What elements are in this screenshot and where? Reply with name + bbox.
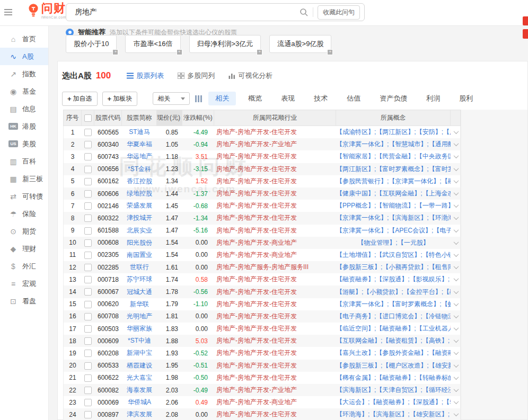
stock-concepts[interactable]: 【京津冀一体化】;【滨海新区】;【环渤海】;... xyxy=(336,214,451,221)
expand-row[interactable] xyxy=(451,265,461,269)
chip-add-icon[interactable]: + xyxy=(257,49,262,55)
expand-row[interactable] xyxy=(451,155,461,158)
expand-row[interactable] xyxy=(451,204,461,208)
result-tab[interactable]: 相关 xyxy=(208,92,236,105)
expand-chevron-icon[interactable] xyxy=(453,351,459,355)
stock-concepts[interactable]: 【京津冀一体化】;【APEC会议】;【电子竞技... xyxy=(336,227,451,234)
row-checkbox[interactable] xyxy=(84,215,92,222)
sidebar-item-wiki[interactable]: ▥ 百科 xyxy=(0,153,48,170)
menu-icon[interactable] xyxy=(4,9,12,17)
result-tab[interactable]: 概览 xyxy=(241,92,269,105)
sidebar-item-fund[interactable]: ◉ 基金 xyxy=(0,83,48,100)
stock-concepts[interactable]: 【成渝特区】;【两江新区】;【安防】;【反恐... xyxy=(336,128,451,136)
row-checkbox[interactable] xyxy=(84,190,92,198)
result-tab[interactable]: 表现 xyxy=(274,92,302,105)
row-checkbox[interactable] xyxy=(84,129,92,136)
stock-concepts[interactable]: 【稀有金属】;【融资融券】;【转融券标的】;... xyxy=(336,374,451,381)
add-watchlist-button[interactable]: + 加自选 xyxy=(62,92,98,106)
expand-chevron-icon[interactable] xyxy=(453,180,459,183)
stock-name-link[interactable]: 世联行 xyxy=(130,263,149,271)
expand-row[interactable] xyxy=(451,180,461,183)
stock-concepts[interactable]: 【PPP概念】;【智能物流】;【一带一路】;【... xyxy=(336,202,451,209)
expand-chevron-icon[interactable] xyxy=(453,192,459,195)
stock-name-link[interactable]: 冠城大通 xyxy=(127,288,152,296)
sidebar-item-info[interactable]: ▤ 信息 xyxy=(0,100,48,118)
expand-row[interactable] xyxy=(451,327,461,330)
stock-name-link[interactable]: 阳光股份 xyxy=(127,239,152,246)
stock-name-link[interactable]: 新华联 xyxy=(130,300,149,308)
expand-row[interactable] xyxy=(451,388,461,392)
expand-chevron-icon[interactable] xyxy=(453,167,459,171)
expand-chevron-icon[interactable] xyxy=(453,130,459,134)
stock-concepts[interactable]: 【融资融券】;【深股通】;【影视娱乐】;【转... xyxy=(336,275,451,283)
expand-chevron-icon[interactable] xyxy=(453,265,459,269)
expand-chevron-icon[interactable] xyxy=(453,388,459,392)
col-price-sortable[interactable]: 现价(元) xyxy=(157,110,182,126)
expand-row[interactable] xyxy=(451,253,461,257)
sidebar-item-hk-stocks[interactable]: HK 港股 xyxy=(0,118,48,135)
stock-concepts[interactable]: 【电子商务】;【进口博览会】;【冷链物流】;... xyxy=(336,312,451,320)
expand-row[interactable] xyxy=(451,290,461,294)
expand-row[interactable] xyxy=(451,339,461,343)
expand-chevron-icon[interactable] xyxy=(453,278,459,281)
stock-concepts[interactable]: 【临近空间】;【融资融券】;【工业机器人】;... xyxy=(336,325,451,332)
row-checkbox[interactable] xyxy=(84,166,92,173)
stock-concepts[interactable]: 【京津冀一体化】;【智慧城市】;【通用航空... xyxy=(336,140,451,148)
stock-concepts[interactable]: 【土地增值】;【武汉自贸区】;【特色小镇】;... xyxy=(336,251,451,258)
stock-name-link[interactable]: 南国置业 xyxy=(127,251,152,258)
stock-concepts[interactable]: 【参股新三板】;【棚户区改造】;【雄安新区... xyxy=(336,362,451,369)
stock-name-link[interactable]: 海泰发展 xyxy=(127,386,152,394)
stock-concepts[interactable]: 【滨海新区】;【天津自贸区】;【循环经济】;... xyxy=(336,386,451,394)
column-settings-icon[interactable] xyxy=(195,95,202,102)
stock-name-link[interactable]: 华侨城A xyxy=(128,398,151,406)
sidebar-item-home[interactable]: ⌂ 首页 xyxy=(0,30,48,48)
stock-concepts[interactable]: 【环渤海】;【滨海新区】;【雄安新区】;【天... xyxy=(336,410,451,418)
sidebar-item-macro[interactable]: ≡ 宏观 xyxy=(0,275,48,292)
sidebar-item-us-stocks[interactable]: US 美股 xyxy=(0,135,48,153)
expand-row[interactable] xyxy=(451,278,461,281)
stock-concepts[interactable]: 【参股新三板】;【小额再贷款】;【租售同权... xyxy=(336,263,451,271)
sidebar-item-insurance[interactable]: ☂ 保险 xyxy=(0,205,48,222)
search-input[interactable]: 房地产 xyxy=(66,7,300,17)
row-checkbox[interactable] xyxy=(84,350,92,357)
stock-name-link[interactable]: *ST金科 xyxy=(128,165,151,173)
sidebar-item-forex[interactable]: $ 外汇 xyxy=(0,257,48,275)
expand-chevron-icon[interactable] xyxy=(453,327,459,330)
row-checkbox[interactable] xyxy=(84,141,92,148)
stock-concepts[interactable]: 【游艇】;【小额贷款】;【金控平台】;【融资... xyxy=(336,288,451,296)
sidebar-item-wealth[interactable]: ◆ 理财 xyxy=(0,240,48,257)
sidebar-item-convertible-bonds[interactable]: ⇄ 可转债 xyxy=(0,187,48,205)
expand-chevron-icon[interactable] xyxy=(453,302,459,306)
row-checkbox[interactable] xyxy=(84,301,92,308)
promo-tab-1[interactable] xyxy=(523,16,528,25)
expand-chevron-icon[interactable] xyxy=(453,253,459,257)
row-checkbox[interactable] xyxy=(84,252,92,259)
expand-row[interactable] xyxy=(451,302,461,306)
stock-concepts[interactable]: 【两江新区】;【富时罗素概念】;【富时罗素... xyxy=(336,165,451,173)
chip-add-icon[interactable]: + xyxy=(327,49,333,55)
logo[interactable]: 问财 iWenCai.com xyxy=(27,3,66,19)
chip-add-icon[interactable]: + xyxy=(112,49,118,55)
expand-row[interactable] xyxy=(451,216,461,220)
stock-name-link[interactable]: 华远地产 xyxy=(127,153,152,160)
row-checkbox[interactable] xyxy=(84,325,92,333)
row-checkbox[interactable] xyxy=(84,264,92,271)
stock-concepts[interactable]: 【大运会】;【融资融券】;【深股通】;【转融... xyxy=(336,398,451,406)
expand-chevron-icon[interactable] xyxy=(453,290,459,294)
stock-concepts[interactable]: 【健康中国】;【互联网金融】;【上海金改】;... xyxy=(336,190,451,197)
stock-concepts[interactable]: 【京津冀一体化】;【富时罗素概念】;【蚂蚁... xyxy=(336,300,451,308)
expand-chevron-icon[interactable] xyxy=(453,155,459,158)
row-checkbox[interactable] xyxy=(84,337,92,345)
row-checkbox[interactable] xyxy=(84,313,92,320)
row-checkbox[interactable] xyxy=(84,399,92,406)
stock-name-link[interactable]: 津投城开 xyxy=(127,214,152,221)
row-checkbox[interactable] xyxy=(84,374,92,382)
recommend-chip[interactable]: 流通a股>9亿股 + xyxy=(269,35,331,53)
row-checkbox[interactable] xyxy=(84,276,92,283)
result-tab[interactable]: 估值 xyxy=(340,92,367,105)
stock-name-link[interactable]: ST迪马 xyxy=(129,128,149,136)
select-all-checkbox[interactable] xyxy=(84,114,92,122)
stock-concepts[interactable]: 【智能家居】;【民营金融】;【中央政务区】;... xyxy=(336,153,451,160)
row-checkbox[interactable] xyxy=(84,288,92,296)
stock-name-link[interactable]: 栖霞建设 xyxy=(127,362,152,369)
